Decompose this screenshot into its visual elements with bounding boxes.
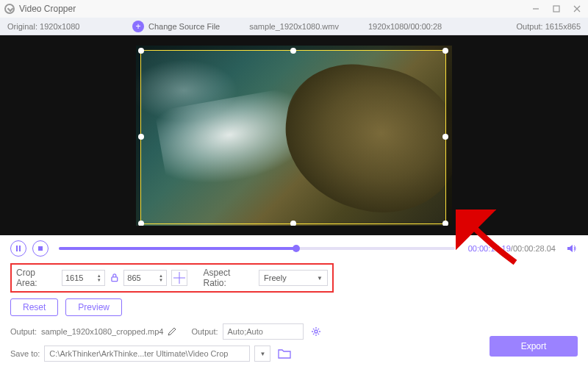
save-to-label: Save to: [10, 349, 40, 358]
crop-handle-tr[interactable] [442, 48, 448, 54]
stop-button[interactable] [32, 240, 49, 257]
window-title: Video Cropper [19, 4, 529, 14]
plus-icon: + [132, 21, 144, 32]
pause-button[interactable] [10, 240, 26, 257]
height-down-icon[interactable]: ▼ [159, 278, 163, 282]
width-down-icon[interactable]: ▼ [97, 278, 101, 282]
crop-handle-tl[interactable] [138, 48, 144, 54]
minimize-button[interactable] [529, 2, 542, 15]
volume-button[interactable] [566, 243, 578, 254]
crop-height-field[interactable] [127, 273, 152, 282]
info-bar: Original: 1920x1080 + Change Source File… [0, 18, 588, 35]
crop-height-input[interactable]: ▲▼ [123, 270, 167, 286]
reset-button[interactable]: Reset [10, 298, 58, 316]
output-mode-value: Auto;Auto [228, 327, 263, 336]
crop-width-input[interactable]: ▲▼ [62, 270, 105, 286]
chevron-down-icon: ▼ [259, 351, 265, 357]
crop-area-label: Crop Area: [16, 268, 57, 288]
svg-point-10 [315, 330, 318, 333]
app-logo-icon [4, 4, 15, 14]
svg-rect-5 [19, 246, 21, 251]
action-buttons: Reset Preview [0, 298, 588, 322]
crop-width-field[interactable] [65, 273, 90, 282]
svg-rect-4 [16, 246, 18, 251]
crop-handle-br[interactable] [442, 221, 448, 226]
original-label: Original: [7, 22, 37, 31]
output-mode-label: Output: [191, 327, 218, 336]
source-duration: 1920x1080/00:00:28 [368, 22, 442, 31]
current-time: 00:00:18.19 [468, 244, 511, 253]
titlebar: Video Cropper [0, 0, 588, 18]
chevron-down-icon: ▼ [317, 275, 323, 282]
save-path-dropdown[interactable]: ▼ [254, 346, 270, 362]
seek-slider[interactable] [59, 247, 455, 250]
save-path-box[interactable]: C:\ArkThinker\ArkThinke...ter Ultimate\V… [44, 346, 250, 362]
playback-controls: 00:00:18.19/00:00:28.04 [0, 235, 588, 262]
svg-rect-7 [112, 277, 118, 282]
save-path-value: C:\ArkThinker\ArkThinke...ter Ultimate\V… [49, 349, 228, 358]
change-source-button[interactable]: + Change Source File [132, 21, 220, 32]
crop-handle-bl[interactable] [138, 221, 144, 226]
source-filename: sample_1920x1080.wmv [249, 22, 339, 31]
original-value: 1920x1080 [40, 22, 79, 31]
seek-thumb[interactable] [293, 245, 300, 252]
crop-handle-tm[interactable] [290, 48, 296, 54]
video-frame [136, 46, 452, 226]
total-time: 00:00:28.04 [513, 244, 556, 253]
change-source-label: Change Source File [148, 22, 220, 31]
output-mode-box[interactable]: Auto;Auto [223, 323, 304, 340]
svg-rect-6 [38, 246, 43, 251]
svg-rect-1 [553, 6, 559, 12]
output-label: Output: [517, 22, 543, 31]
aspect-ratio-label: Aspect Ratio: [204, 268, 255, 288]
playback-time: 00:00:18.19/00:00:28.04 [468, 244, 556, 253]
crop-handle-mr[interactable] [442, 134, 448, 140]
center-crop-button[interactable] [171, 270, 187, 286]
aspect-ratio-value: Freely [264, 273, 287, 282]
open-folder-button[interactable] [278, 348, 291, 359]
crop-rectangle[interactable] [140, 50, 446, 224]
maximize-button[interactable] [550, 2, 563, 15]
output-dimension: Output: 1615x865 [517, 22, 581, 31]
video-preview[interactable] [0, 35, 588, 235]
output-file-label: Output: [10, 327, 37, 336]
output-value: 1615x865 [545, 22, 581, 31]
seek-fill [59, 247, 296, 250]
aspect-ratio-select[interactable]: Freely ▼ [259, 270, 328, 286]
crop-handle-ml[interactable] [138, 134, 144, 140]
settings-button[interactable] [311, 326, 321, 337]
crop-settings-row: Crop Area: ▲▼ ▲▼ Aspect Ratio: Freely ▼ [10, 263, 334, 293]
original-dimension: Original: 1920x1080 [7, 22, 132, 31]
close-button[interactable] [570, 2, 584, 15]
export-button[interactable]: Export [490, 336, 578, 357]
output-filename: sample_1920x1080_cropped.mp4 [41, 327, 163, 336]
save-row: Save to: C:\ArkThinker\ArkThinke...ter U… [0, 344, 588, 363]
preview-button[interactable]: Preview [65, 298, 122, 316]
lock-aspect-button[interactable] [110, 273, 120, 283]
crop-handle-bm[interactable] [290, 221, 296, 226]
edit-filename-button[interactable] [168, 327, 176, 336]
